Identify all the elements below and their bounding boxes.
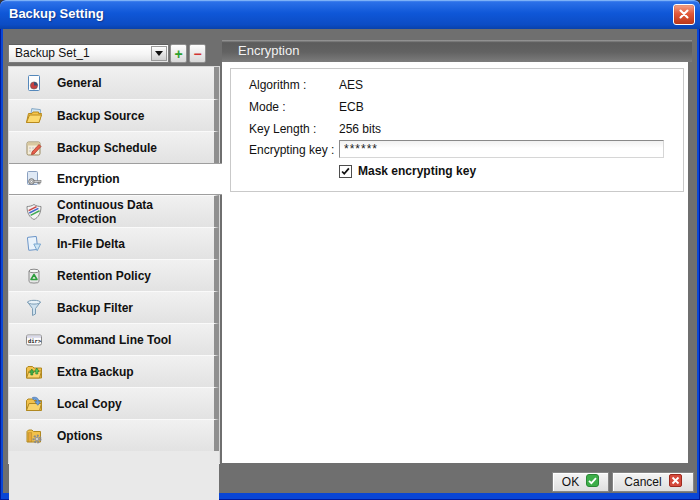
funnel-icon	[24, 298, 44, 318]
sidebar-item-command-line-tool[interactable]: dir> Command Line Tool	[9, 323, 219, 355]
algorithm-value: AES	[339, 78, 363, 92]
sidebar-item-encryption[interactable]: Encryption	[9, 163, 222, 195]
shield-icon	[24, 202, 44, 222]
cancel-button[interactable]: Cancel	[612, 472, 694, 492]
backup-set-dropdown[interactable]: Backup Set_1	[8, 44, 169, 63]
console-icon: dir>	[24, 330, 44, 350]
sidebar-item-extra-backup[interactable]: Extra Backup	[9, 355, 219, 387]
sidebar-item-continuous-data-protection[interactable]: Continuous Data Protection	[9, 195, 219, 227]
sidebar-item-label: Command Line Tool	[57, 333, 171, 347]
sidebar-filler	[9, 451, 219, 500]
ok-button-label: OK	[562, 475, 579, 489]
sidebar-item-label: Backup Source	[57, 109, 144, 123]
folder-copy-arrow-icon	[24, 394, 44, 414]
panel-header: Encryption	[222, 40, 692, 62]
mode-label: Mode :	[249, 100, 286, 114]
document-pie-icon	[24, 73, 44, 93]
sidebar-item-label: Encryption	[57, 172, 120, 186]
sidebar-item-backup-schedule[interactable]: Backup Schedule	[9, 131, 219, 163]
dropdown-arrow-button[interactable]	[151, 46, 167, 61]
ok-button[interactable]: OK	[552, 472, 609, 492]
key-length-value: 256 bits	[339, 122, 381, 136]
delta-pages-icon	[24, 234, 44, 254]
encrypting-key-label: Encrypting key :	[249, 143, 334, 157]
sidebar-item-retention-policy[interactable]: Retention Policy	[9, 259, 219, 291]
sidebar-item-in-file-delta[interactable]: In-File Delta	[9, 227, 219, 259]
algorithm-label: Algorithm :	[249, 78, 306, 92]
remove-backup-set-button[interactable]: −	[189, 44, 206, 63]
sidebar: General Backup Source Backup Schedule En…	[8, 66, 220, 464]
sidebar-item-label: Backup Schedule	[57, 141, 157, 155]
cancel-button-label: Cancel	[624, 475, 661, 489]
svg-text:dir>: dir>	[28, 338, 42, 344]
sidebar-item-label: Local Copy	[57, 397, 122, 411]
sidebar-item-label: Options	[57, 429, 102, 443]
chevron-down-icon	[155, 51, 163, 56]
sidebar-item-label: Continuous Data Protection	[57, 198, 214, 226]
mode-value: ECB	[339, 100, 364, 114]
sidebar-item-label: Retention Policy	[57, 269, 151, 283]
recycle-bin-icon	[24, 266, 44, 286]
mask-key-checkbox[interactable]	[339, 165, 352, 178]
sidebar-item-backup-source[interactable]: Backup Source	[9, 99, 219, 131]
sidebar-item-local-copy[interactable]: Local Copy	[9, 387, 219, 419]
open-folder-icon	[24, 106, 44, 126]
cancel-x-icon	[669, 474, 682, 490]
sidebar-item-label: In-File Delta	[57, 237, 125, 251]
encryption-panel: Algorithm : AES Mode : ECB Key Length : …	[222, 62, 688, 463]
folder-gear-icon	[24, 426, 44, 446]
sidebar-item-label: Backup Filter	[57, 301, 133, 315]
key-length-label: Key Length :	[249, 122, 316, 136]
checkmark-icon	[340, 166, 351, 177]
close-icon	[678, 6, 690, 24]
window-title: Backup Setting	[9, 0, 104, 28]
backup-set-value: Backup Set_1	[15, 45, 90, 62]
mask-key-label: Mask encrypting key	[358, 164, 476, 178]
backup-setting-window: Backup Setting Backup Set_1 + − Encrypti…	[0, 0, 700, 500]
add-backup-set-button[interactable]: +	[170, 44, 187, 63]
notepad-pencil-icon	[24, 138, 44, 158]
folder-up-arrows-icon	[24, 362, 44, 382]
sidebar-item-label: Extra Backup	[57, 365, 134, 379]
sidebar-item-options[interactable]: Options	[9, 419, 219, 451]
key-document-icon	[24, 169, 44, 189]
ok-check-icon	[586, 474, 599, 490]
titlebar[interactable]: Backup Setting	[0, 0, 700, 29]
sidebar-item-backup-filter[interactable]: Backup Filter	[9, 291, 219, 323]
sidebar-item-general[interactable]: General	[9, 67, 219, 99]
encryption-groupbox: Algorithm : AES Mode : ECB Key Length : …	[230, 68, 684, 192]
close-button[interactable]	[673, 4, 695, 25]
encrypting-key-input[interactable]	[339, 140, 664, 158]
mask-key-row: Mask encrypting key	[339, 164, 476, 178]
sidebar-item-label: General	[57, 76, 102, 90]
